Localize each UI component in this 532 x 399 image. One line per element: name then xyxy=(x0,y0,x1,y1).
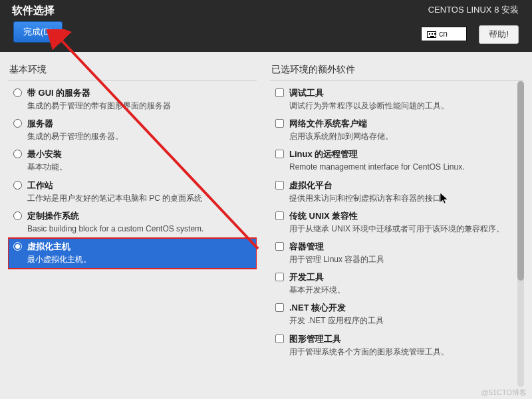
base-env-item[interactable]: 最小安装基本功能。 xyxy=(8,146,257,176)
item-desc: Remote management interface for CentOS L… xyxy=(289,162,520,172)
addon-item[interactable]: 传统 UNIX 兼容性用于从继承 UNIX 环境中迁移或者可用于该环境的兼容程序… xyxy=(270,207,524,238)
scrollbar-track[interactable] xyxy=(517,81,524,387)
item-desc: 基本功能。 xyxy=(27,162,253,172)
item-desc: 集成的易于管理的服务器。 xyxy=(27,131,253,142)
checkbox-icon[interactable] xyxy=(275,181,284,190)
item-title: .NET 核心开发 xyxy=(289,302,346,314)
item-desc: 用于管理 Linux 容器的工具 xyxy=(289,254,520,265)
addon-item[interactable]: 虚拟化平台提供用来访问和控制虚拟访客和容器的接口。 xyxy=(270,177,524,207)
header-bar: 软件选择 CENTOS LINUX 8 安装 完成(D) cn 帮助! xyxy=(0,0,532,52)
item-title: 网络文件系统客户端 xyxy=(289,118,367,130)
item-desc: 集成的易于管理的带有图形界面的服务器 xyxy=(27,100,253,111)
base-env-item[interactable]: 工作站工作站是用户友好的笔记本电脑和 PC 的桌面系统 xyxy=(8,177,257,207)
checkbox-icon[interactable] xyxy=(275,273,284,281)
done-button[interactable]: 完成(D) xyxy=(13,21,63,43)
addons-list: 调试工具调试行为异常程序以及诊断性能问题的工具。网络文件系统客户端启用该系统附加… xyxy=(270,84,524,392)
addons-heading: 已选环境的额外软件 xyxy=(270,64,524,80)
base-env-item[interactable]: 定制操作系统Basic building block for a custom … xyxy=(8,207,257,238)
item-title: 传统 UNIX 兼容性 xyxy=(289,210,358,222)
checkbox-icon[interactable] xyxy=(275,150,284,158)
addon-item[interactable]: 图形管理工具用于管理系统各个方面的图形系统管理工具。 xyxy=(270,331,524,361)
item-desc: 开发 .NET 应用程序的工具 xyxy=(289,315,520,326)
item-desc: 基本开发环境。 xyxy=(289,285,520,295)
checkbox-icon[interactable] xyxy=(275,119,284,128)
checkbox-icon[interactable] xyxy=(275,242,284,251)
mouse-cursor-icon xyxy=(440,193,448,205)
item-title: 虚拟化主机 xyxy=(27,241,70,253)
checkbox-icon[interactable] xyxy=(275,211,284,220)
checkbox-icon[interactable] xyxy=(275,303,284,312)
addon-item[interactable]: 开发工具基本开发环境。 xyxy=(270,269,524,299)
base-env-item[interactable]: 带 GUI 的服务器集成的易于管理的带有图形界面的服务器 xyxy=(8,84,257,115)
radio-icon[interactable] xyxy=(13,242,22,251)
content-area: 基本环境 带 GUI 的服务器集成的易于管理的带有图形界面的服务器服务器集成的易… xyxy=(0,52,532,399)
locale-code: cn xyxy=(439,29,448,39)
item-title: 定制操作系统 xyxy=(27,210,79,222)
addon-item[interactable]: 容器管理用于管理 Linux 容器的工具 xyxy=(270,238,524,269)
item-title: 调试工具 xyxy=(289,87,324,99)
help-button[interactable]: 帮助! xyxy=(479,25,519,44)
base-environment-list: 带 GUI 的服务器集成的易于管理的带有图形界面的服务器服务器集成的易于管理的服… xyxy=(8,84,257,392)
item-title: 带 GUI 的服务器 xyxy=(27,87,90,99)
keyboard-icon xyxy=(427,31,436,38)
item-desc: Basic building block for a custom CentOS… xyxy=(27,223,253,234)
radio-icon[interactable] xyxy=(13,181,22,190)
addon-item[interactable]: Linux 的远程管理Remote management interface f… xyxy=(270,146,524,176)
app-title: CENTOS LINUX 8 安装 xyxy=(428,4,519,16)
item-desc: 用于管理系统各个方面的图形系统管理工具。 xyxy=(289,346,520,357)
radio-icon[interactable] xyxy=(13,119,22,128)
base-environment-heading: 基本环境 xyxy=(8,64,257,80)
base-env-item[interactable]: 虚拟化主机最小虚拟化主机。 xyxy=(8,238,257,269)
item-title: 图形管理工具 xyxy=(289,333,341,345)
keyboard-locale-indicator[interactable]: cn xyxy=(421,27,467,41)
item-title: 虚拟化平台 xyxy=(289,180,332,192)
item-title: 服务器 xyxy=(27,118,53,130)
page-title: 软件选择 xyxy=(12,4,55,18)
radio-icon[interactable] xyxy=(13,150,22,158)
item-desc: 最小虚拟化主机。 xyxy=(27,254,253,265)
item-title: Linux 的远程管理 xyxy=(289,148,358,160)
item-desc: 用于从继承 UNIX 环境中迁移或者可用于该环境的兼容程序。 xyxy=(289,223,520,234)
item-desc: 启用该系统附加到网络存储。 xyxy=(289,131,520,142)
item-desc: 调试行为异常程序以及诊断性能问题的工具。 xyxy=(289,100,520,111)
radio-icon[interactable] xyxy=(13,211,22,220)
addon-item[interactable]: 网络文件系统客户端启用该系统附加到网络存储。 xyxy=(270,115,524,146)
addon-item[interactable]: 调试工具调试行为异常程序以及诊断性能问题的工具。 xyxy=(270,84,524,115)
item-title: 最小安装 xyxy=(27,148,62,160)
checkbox-icon[interactable] xyxy=(275,88,284,97)
addons-column: 已选环境的额外软件 调试工具调试行为异常程序以及诊断性能问题的工具。网络文件系统… xyxy=(270,64,524,392)
addon-item[interactable]: .NET 核心开发开发 .NET 应用程序的工具 xyxy=(270,299,524,330)
item-desc: 工作站是用户友好的笔记本电脑和 PC 的桌面系统 xyxy=(27,193,253,203)
scrollbar-thumb[interactable] xyxy=(517,81,524,281)
watermark: @51CTO博客 xyxy=(481,388,527,398)
item-desc: 提供用来访问和控制虚拟访客和容器的接口。 xyxy=(289,193,520,203)
item-title: 容器管理 xyxy=(289,241,324,253)
item-title: 工作站 xyxy=(27,180,53,192)
base-env-item[interactable]: 服务器集成的易于管理的服务器。 xyxy=(8,115,257,146)
checkbox-icon[interactable] xyxy=(275,334,284,343)
radio-icon[interactable] xyxy=(13,88,22,97)
item-title: 开发工具 xyxy=(289,271,324,283)
base-environment-column: 基本环境 带 GUI 的服务器集成的易于管理的带有图形界面的服务器服务器集成的易… xyxy=(8,64,257,392)
